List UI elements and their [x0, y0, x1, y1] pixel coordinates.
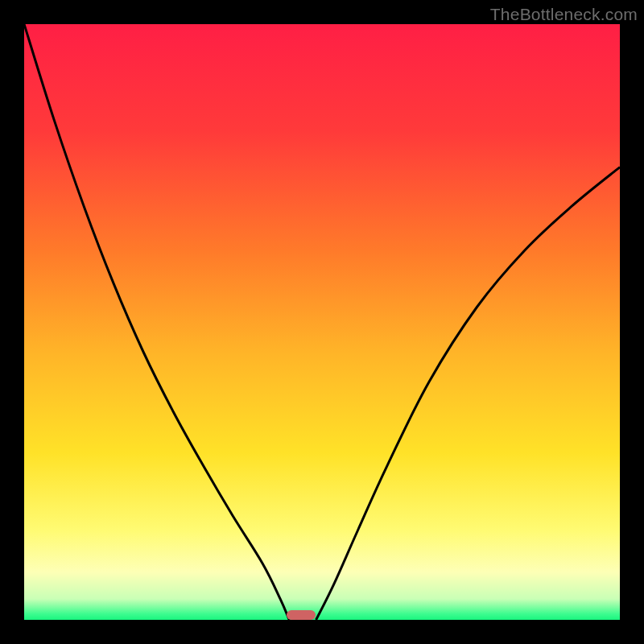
- svg-rect-0: [24, 24, 620, 620]
- watermark-text: TheBottleneck.com: [490, 5, 638, 24]
- plot-area: [24, 24, 620, 620]
- background-gradient: [24, 24, 620, 620]
- bottleneck-marker: [287, 610, 316, 620]
